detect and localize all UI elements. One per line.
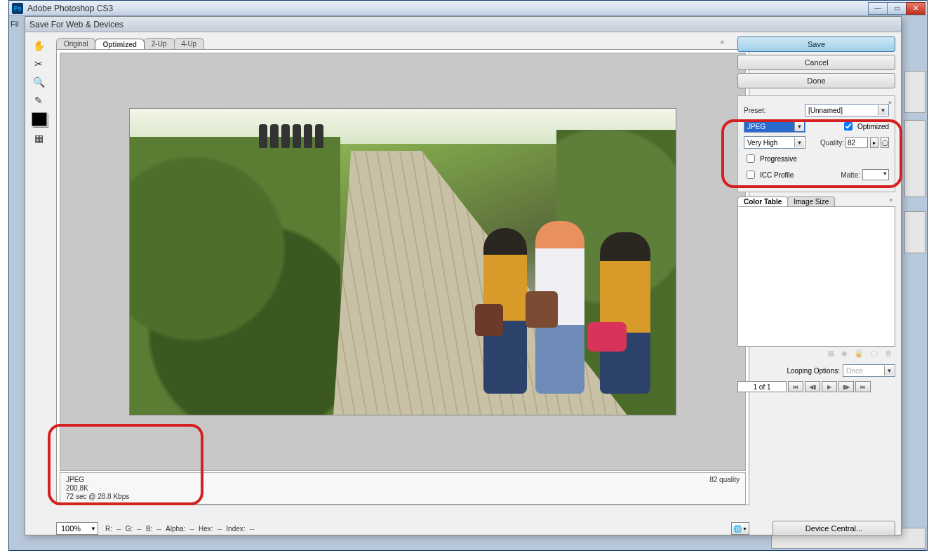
- chevron-down-icon: ▼: [794, 121, 804, 131]
- bg-panel: [904, 211, 925, 253]
- bg-panel: [904, 120, 925, 197]
- menubar-fragment[interactable]: Fil: [11, 18, 25, 30]
- main-titlebar: Ps Adobe Photoshop CS3 — ▭ ✕: [9, 1, 927, 16]
- chevron-down-icon: ▼: [884, 366, 894, 375]
- icc-profile-checkbox[interactable]: ICC Profile: [744, 168, 794, 181]
- quality-mask-icon[interactable]: ◯: [881, 137, 889, 148]
- preview-browser-icon[interactable]: 🌐▼: [731, 522, 749, 535]
- dialog-toolbar: ✋ ✂ 🔍 ✎ ▦: [29, 38, 49, 146]
- save-button[interactable]: Save: [737, 36, 895, 52]
- close-button[interactable]: ✕: [906, 2, 925, 15]
- preset-dropdown[interactable]: [Unnamed] ▼: [805, 104, 889, 116]
- dialog-title: Save For Web & Devices: [29, 20, 123, 29]
- tab-2up[interactable]: 2-Up: [144, 38, 175, 49]
- tab-optimized[interactable]: Optimized: [95, 39, 144, 50]
- photoshop-main-window: Ps Adobe Photoshop CS3 — ▭ ✕ Fil Save Fo…: [8, 0, 928, 551]
- color-swatch[interactable]: [32, 112, 47, 126]
- matte-dropdown[interactable]: [862, 169, 889, 180]
- frame-indicator: 1 of 1: [737, 381, 787, 392]
- preview-pane: JPEG 200,8K 72 sec @ 28.8 Kbps 82 qualit…: [56, 49, 749, 505]
- tab-4up[interactable]: 4-Up: [174, 38, 205, 49]
- preset-label: Preset:: [744, 107, 766, 114]
- preview-image: [129, 108, 676, 415]
- ct-icon[interactable]: ◆: [841, 349, 847, 358]
- done-button[interactable]: Done: [737, 73, 895, 88]
- preview-info-bar: JPEG 200,8K 72 sec @ 28.8 Kbps 82 qualit…: [60, 472, 746, 505]
- chevron-down-icon: ▼: [878, 105, 888, 115]
- zoom-tool-icon[interactable]: 🔍: [29, 74, 48, 90]
- ct-new-icon[interactable]: ▢: [871, 349, 878, 358]
- chevron-down-icon: ▼: [794, 138, 804, 147]
- zoom-value: 100%: [61, 524, 81, 533]
- looping-row: Looping Options: Once ▼: [737, 364, 895, 377]
- prev-frame-button[interactable]: ◀▮: [805, 381, 820, 392]
- preview-canvas[interactable]: [60, 53, 746, 471]
- ct-icon[interactable]: ▦: [827, 349, 834, 358]
- quality-label: Quality:: [820, 139, 844, 147]
- quality-slider-icon[interactable]: ▸: [870, 137, 878, 148]
- info-time: 72 sec @ 28.8 Kbps: [66, 493, 129, 501]
- device-central-button[interactable]: Device Central...: [773, 521, 895, 536]
- progressive-checkbox[interactable]: Progressive: [744, 152, 797, 165]
- save-for-web-dialog: Save For Web & Devices ✋ ✂ 🔍 ✎ ▦ Origina…: [25, 16, 902, 535]
- bg-panel: [904, 71, 925, 113]
- preview-flyout-icon[interactable]: »: [720, 38, 724, 46]
- tab-original[interactable]: Original: [56, 38, 95, 49]
- quality-preset-dropdown[interactable]: Very High ▼: [744, 136, 805, 149]
- main-window-controls: — ▭ ✕: [869, 2, 925, 15]
- first-frame-button[interactable]: ⏮: [788, 381, 803, 392]
- status-bar: 100% ▼ R:-- G:-- B:-- Alpha:-- Hex:-- In…: [56, 521, 749, 536]
- toggle-slices-icon[interactable]: ▦: [29, 131, 48, 146]
- colortable-flyout-icon[interactable]: »: [889, 196, 892, 204]
- minimize-button[interactable]: —: [868, 2, 888, 15]
- format-dropdown[interactable]: JPEG ▼: [744, 120, 805, 133]
- looping-label: Looping Options:: [787, 367, 840, 375]
- ct-lock-icon[interactable]: 🔒: [854, 349, 864, 358]
- play-button[interactable]: ▶: [822, 381, 837, 392]
- next-frame-button[interactable]: ▮▶: [838, 381, 854, 392]
- eyedropper-tool-icon[interactable]: ✎: [29, 93, 48, 108]
- ct-trash-icon[interactable]: 🗑: [885, 349, 892, 358]
- main-window-title: Adobe Photoshop CS3: [26, 4, 869, 13]
- optimized-checkbox[interactable]: Optimized: [841, 120, 889, 133]
- matte-label: Matte:: [841, 171, 860, 179]
- last-frame-button[interactable]: ⏭: [855, 381, 871, 392]
- app-icon: Ps: [12, 3, 23, 14]
- color-table-toolbar: ▦ ◆ 🔒 ▢ 🗑: [737, 347, 895, 360]
- info-quality: 82 quality: [709, 476, 740, 501]
- maximize-button[interactable]: ▭: [887, 2, 907, 15]
- slice-select-tool-icon[interactable]: ✂: [29, 56, 48, 72]
- info-panel: » Color Table Image Size ▦ ◆ 🔒 ▢ 🗑: [737, 196, 895, 360]
- preview-info-left: JPEG 200,8K 72 sec @ 28.8 Kbps: [66, 476, 129, 501]
- tab-color-table[interactable]: Color Table: [737, 196, 788, 206]
- optimize-settings: » Preset: [Unnamed] ▼ JPEG ▼ Opti: [737, 95, 895, 192]
- looping-dropdown[interactable]: Once ▼: [843, 364, 895, 377]
- right-panel: Save Cancel Done » Preset: [Unnamed] ▼ J…: [737, 36, 895, 392]
- zoom-field[interactable]: 100% ▼: [56, 522, 98, 535]
- quality-input[interactable]: [845, 137, 868, 148]
- hand-tool-icon[interactable]: ✋: [29, 38, 48, 53]
- dialog-titlebar: Save For Web & Devices: [25, 17, 901, 32]
- preview-tabs: Original Optimized 2-Up 4-Up: [56, 36, 203, 49]
- info-size: 200,8K: [66, 484, 129, 493]
- tab-image-size[interactable]: Image Size: [787, 196, 835, 206]
- playback-controls: 1 of 1 ⏮ ◀▮ ▶ ▮▶ ⏭: [737, 381, 895, 392]
- status-readouts: R:-- G:-- B:-- Alpha:-- Hex:-- Index:--: [105, 525, 254, 533]
- info-format: JPEG: [66, 476, 129, 484]
- color-table-panel: [737, 206, 895, 347]
- cancel-button[interactable]: Cancel: [737, 55, 895, 70]
